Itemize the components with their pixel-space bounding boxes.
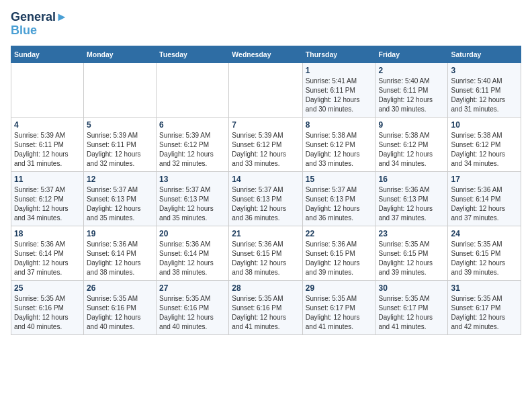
calendar-cell: 19Sunrise: 5:36 AM Sunset: 6:14 PM Dayli…	[84, 226, 157, 280]
day-number: 17	[451, 175, 518, 184]
day-header-thursday: Thursday	[302, 46, 375, 62]
day-number: 27	[159, 283, 226, 293]
calendar-cell: 3Sunrise: 5:40 AM Sunset: 6:11 PM Daylig…	[448, 62, 521, 117]
calendar-cell: 5Sunrise: 5:39 AM Sunset: 6:11 PM Daylig…	[84, 117, 157, 171]
calendar-cell: 12Sunrise: 5:37 AM Sunset: 6:13 PM Dayli…	[84, 171, 157, 226]
calendar-cell: 28Sunrise: 5:35 AM Sunset: 6:16 PM Dayli…	[229, 280, 302, 334]
calendar-cell: 7Sunrise: 5:39 AM Sunset: 6:12 PM Daylig…	[229, 117, 302, 171]
day-info: Sunrise: 5:36 AM Sunset: 6:13 PM Dayligh…	[378, 185, 445, 223]
day-number: 13	[159, 175, 226, 184]
day-info: Sunrise: 5:35 AM Sunset: 6:16 PM Dayligh…	[14, 294, 81, 332]
day-info: Sunrise: 5:35 AM Sunset: 6:17 PM Dayligh…	[306, 294, 373, 332]
day-number: 30	[378, 283, 445, 293]
calendar-cell: 31Sunrise: 5:35 AM Sunset: 6:17 PM Dayli…	[448, 280, 521, 334]
calendar-cell: 22Sunrise: 5:36 AM Sunset: 6:15 PM Dayli…	[302, 226, 375, 280]
day-number: 9	[378, 120, 445, 130]
calendar-cell: 9Sunrise: 5:38 AM Sunset: 6:12 PM Daylig…	[375, 117, 448, 171]
logo-subtext: Blue	[11, 24, 68, 38]
logo-text: General►	[11, 11, 68, 24]
calendar-cell: 23Sunrise: 5:35 AM Sunset: 6:15 PM Dayli…	[375, 226, 448, 280]
day-number: 22	[306, 229, 373, 238]
day-number: 4	[14, 120, 81, 130]
day-number: 2	[378, 66, 445, 75]
day-number: 11	[14, 175, 81, 184]
day-info: Sunrise: 5:40 AM Sunset: 6:11 PM Dayligh…	[451, 77, 518, 114]
day-info: Sunrise: 5:37 AM Sunset: 6:13 PM Dayligh…	[232, 185, 299, 223]
day-info: Sunrise: 5:38 AM Sunset: 6:12 PM Dayligh…	[306, 131, 373, 169]
day-number: 28	[232, 283, 299, 293]
day-number: 1	[306, 66, 373, 75]
calendar-cell: 17Sunrise: 5:36 AM Sunset: 6:14 PM Dayli…	[448, 171, 521, 226]
day-info: Sunrise: 5:35 AM Sunset: 6:16 PM Dayligh…	[87, 294, 153, 332]
logo: General► Blue	[11, 11, 68, 38]
day-info: Sunrise: 5:36 AM Sunset: 6:15 PM Dayligh…	[306, 240, 373, 277]
calendar-cell: 29Sunrise: 5:35 AM Sunset: 6:17 PM Dayli…	[302, 280, 375, 334]
day-info: Sunrise: 5:35 AM Sunset: 6:15 PM Dayligh…	[378, 240, 445, 277]
calendar-cell	[84, 62, 157, 117]
day-info: Sunrise: 5:35 AM Sunset: 6:15 PM Dayligh…	[451, 240, 518, 277]
day-number: 24	[451, 229, 518, 238]
calendar-cell: 21Sunrise: 5:36 AM Sunset: 6:15 PM Dayli…	[229, 226, 302, 280]
day-number: 19	[87, 229, 153, 238]
calendar-cell: 27Sunrise: 5:35 AM Sunset: 6:16 PM Dayli…	[157, 280, 229, 334]
day-info: Sunrise: 5:37 AM Sunset: 6:13 PM Dayligh…	[87, 185, 153, 223]
day-number: 31	[451, 283, 518, 293]
day-number: 29	[306, 283, 373, 293]
day-number: 20	[159, 229, 226, 238]
day-info: Sunrise: 5:37 AM Sunset: 6:13 PM Dayligh…	[306, 185, 373, 223]
day-info: Sunrise: 5:35 AM Sunset: 6:17 PM Dayligh…	[451, 294, 518, 332]
day-info: Sunrise: 5:35 AM Sunset: 6:16 PM Dayligh…	[159, 294, 226, 332]
day-info: Sunrise: 5:35 AM Sunset: 6:16 PM Dayligh…	[232, 294, 299, 332]
calendar-cell: 24Sunrise: 5:35 AM Sunset: 6:15 PM Dayli…	[448, 226, 521, 280]
day-number: 26	[87, 283, 153, 293]
calendar-cell: 15Sunrise: 5:37 AM Sunset: 6:13 PM Dayli…	[302, 171, 375, 226]
day-info: Sunrise: 5:36 AM Sunset: 6:14 PM Dayligh…	[87, 240, 153, 277]
day-info: Sunrise: 5:40 AM Sunset: 6:11 PM Dayligh…	[378, 77, 445, 114]
day-number: 12	[87, 175, 153, 184]
day-header-saturday: Saturday	[448, 46, 521, 62]
day-number: 25	[14, 283, 81, 293]
calendar-cell: 14Sunrise: 5:37 AM Sunset: 6:13 PM Dayli…	[229, 171, 302, 226]
day-info: Sunrise: 5:36 AM Sunset: 6:14 PM Dayligh…	[159, 240, 226, 277]
day-info: Sunrise: 5:41 AM Sunset: 6:11 PM Dayligh…	[306, 77, 373, 114]
day-number: 6	[159, 120, 226, 130]
day-number: 8	[306, 120, 373, 130]
calendar-cell: 2Sunrise: 5:40 AM Sunset: 6:11 PM Daylig…	[375, 62, 448, 117]
day-number: 5	[87, 120, 153, 130]
day-number: 18	[14, 229, 81, 238]
calendar-cell: 11Sunrise: 5:37 AM Sunset: 6:12 PM Dayli…	[11, 171, 84, 226]
day-info: Sunrise: 5:36 AM Sunset: 6:14 PM Dayligh…	[14, 240, 81, 277]
day-header-wednesday: Wednesday	[229, 46, 302, 62]
day-info: Sunrise: 5:39 AM Sunset: 6:11 PM Dayligh…	[14, 131, 81, 169]
calendar-cell: 10Sunrise: 5:38 AM Sunset: 6:12 PM Dayli…	[448, 117, 521, 171]
day-info: Sunrise: 5:39 AM Sunset: 6:11 PM Dayligh…	[87, 131, 153, 169]
calendar-cell: 25Sunrise: 5:35 AM Sunset: 6:16 PM Dayli…	[11, 280, 84, 334]
day-info: Sunrise: 5:38 AM Sunset: 6:12 PM Dayligh…	[378, 131, 445, 169]
page-header: General► Blue	[11, 11, 521, 38]
calendar-cell	[157, 62, 229, 117]
calendar-cell	[229, 62, 302, 117]
day-info: Sunrise: 5:36 AM Sunset: 6:14 PM Dayligh…	[451, 185, 518, 223]
calendar-cell	[11, 62, 84, 117]
calendar-cell: 18Sunrise: 5:36 AM Sunset: 6:14 PM Dayli…	[11, 226, 84, 280]
calendar-cell: 6Sunrise: 5:39 AM Sunset: 6:12 PM Daylig…	[157, 117, 229, 171]
calendar-cell: 8Sunrise: 5:38 AM Sunset: 6:12 PM Daylig…	[302, 117, 375, 171]
day-number: 15	[306, 175, 373, 184]
calendar-cell: 16Sunrise: 5:36 AM Sunset: 6:13 PM Dayli…	[375, 171, 448, 226]
calendar-cell: 26Sunrise: 5:35 AM Sunset: 6:16 PM Dayli…	[84, 280, 157, 334]
day-info: Sunrise: 5:36 AM Sunset: 6:15 PM Dayligh…	[232, 240, 299, 277]
calendar-cell: 4Sunrise: 5:39 AM Sunset: 6:11 PM Daylig…	[11, 117, 84, 171]
day-info: Sunrise: 5:39 AM Sunset: 6:12 PM Dayligh…	[159, 131, 226, 169]
day-header-friday: Friday	[375, 46, 448, 62]
day-info: Sunrise: 5:39 AM Sunset: 6:12 PM Dayligh…	[232, 131, 299, 169]
day-number: 14	[232, 175, 299, 184]
day-header-sunday: Sunday	[11, 46, 84, 62]
calendar-cell: 30Sunrise: 5:35 AM Sunset: 6:17 PM Dayli…	[375, 280, 448, 334]
calendar-cell: 1Sunrise: 5:41 AM Sunset: 6:11 PM Daylig…	[302, 62, 375, 117]
day-number: 10	[451, 120, 518, 130]
day-info: Sunrise: 5:38 AM Sunset: 6:12 PM Dayligh…	[451, 131, 518, 169]
day-header-tuesday: Tuesday	[157, 46, 229, 62]
day-number: 3	[451, 66, 518, 75]
calendar-cell: 13Sunrise: 5:37 AM Sunset: 6:13 PM Dayli…	[157, 171, 229, 226]
day-number: 7	[232, 120, 299, 130]
